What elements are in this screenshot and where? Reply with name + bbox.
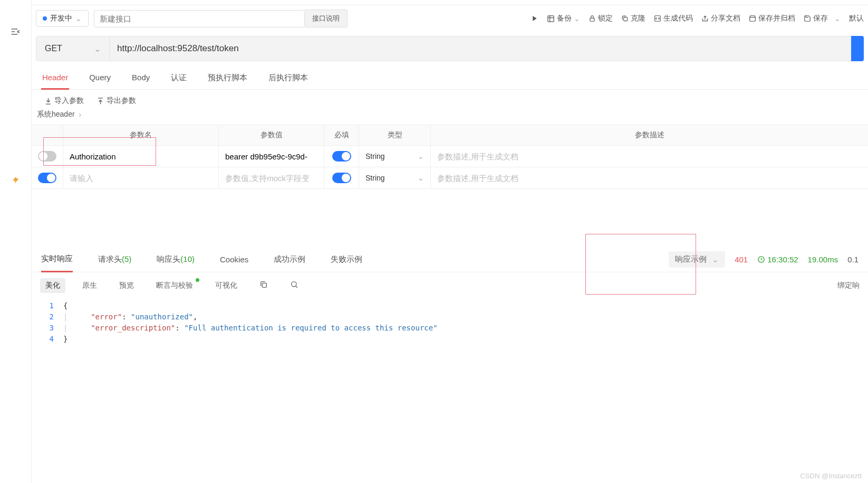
method-select[interactable]: GET ⌄ xyxy=(36,36,110,61)
status-code: 401 xyxy=(735,255,748,264)
table-row: String⌄ xyxy=(32,167,868,189)
url-input[interactable] xyxy=(110,36,851,61)
tab-realtime-response[interactable]: 实时响应 xyxy=(41,247,73,272)
type-select[interactable]: String⌄ xyxy=(365,174,424,182)
chevron-down-icon: ⌄ xyxy=(418,174,424,182)
lightning-icon[interactable] xyxy=(12,176,20,186)
param-value-input[interactable] xyxy=(225,152,317,161)
table-row: String⌄ xyxy=(32,146,868,167)
status-label: 开发中 xyxy=(50,14,72,23)
lock-button[interactable]: 锁定 xyxy=(589,14,613,23)
clone-button[interactable]: 克隆 xyxy=(621,14,645,23)
response-example-select[interactable]: 响应示例 ⌄ xyxy=(669,251,725,268)
param-name-input[interactable] xyxy=(70,174,212,183)
col-header-type: 类型 xyxy=(359,125,431,145)
tab-postscript[interactable]: 后执行脚本 xyxy=(267,67,309,89)
format-assert-button[interactable]: 断言与校验 xyxy=(151,278,198,293)
watermark: CSDN @Instanceztt xyxy=(800,472,862,480)
request-tabs: Header Query Body 认证 预执行脚本 后执行脚本 xyxy=(32,67,868,90)
col-header-value: 参数值 xyxy=(219,125,324,145)
tab-body[interactable]: Body xyxy=(131,67,151,89)
sharedoc-button[interactable]: 分享文档 xyxy=(701,14,740,23)
top-toolbar: 开发中 ⌄ 接口说明 备份 ⌄ 锁定 xyxy=(32,5,868,32)
svg-rect-5 xyxy=(262,283,266,287)
response-body: 1 2 3 4 { | "error": "unauthorized", | "… xyxy=(32,298,868,347)
format-preview-button[interactable]: 预览 xyxy=(114,278,139,293)
search-icon[interactable] xyxy=(285,278,304,293)
chevron-down-icon: ⌄ xyxy=(94,44,101,54)
tab-response-headers[interactable]: 响应头(10) xyxy=(157,248,195,271)
tab-auth[interactable]: 认证 xyxy=(170,67,188,89)
tab-success-example[interactable]: 成功示例 xyxy=(274,248,305,271)
col-header-desc: 参数描述 xyxy=(431,125,868,145)
format-raw-button[interactable]: 原生 xyxy=(77,278,102,293)
format-pretty-button[interactable]: 美化 xyxy=(40,278,65,293)
format-visual-button[interactable]: 可视化 xyxy=(210,278,243,293)
header-params-table: 参数名 参数值 必填 类型 参数描述 String⌄ String⌄ xyxy=(32,125,868,189)
chevron-down-icon: ⌄ xyxy=(834,14,841,23)
param-desc-input[interactable] xyxy=(437,174,862,183)
default-label: 默认 xyxy=(849,14,864,23)
chevron-down-icon: ⌄ xyxy=(418,152,424,160)
required-toggle[interactable] xyxy=(332,151,351,162)
bind-response-button[interactable]: 绑定响 xyxy=(837,281,860,290)
tab-request-headers[interactable]: 请求头(5) xyxy=(98,248,131,271)
required-toggle[interactable] xyxy=(332,173,351,183)
chevron-down-icon: ⌄ xyxy=(712,255,719,264)
svg-rect-0 xyxy=(548,15,554,21)
enable-toggle[interactable] xyxy=(38,151,56,162)
type-select[interactable]: String⌄ xyxy=(365,152,424,160)
tab-header[interactable]: Header xyxy=(41,67,69,90)
param-name-input[interactable] xyxy=(70,152,212,161)
left-sidebar xyxy=(0,0,32,483)
send-button[interactable] xyxy=(851,36,864,61)
chevron-right-icon: › xyxy=(79,110,82,119)
param-desc-input[interactable] xyxy=(437,152,862,161)
api-name-input[interactable] xyxy=(94,10,305,27)
code-content[interactable]: { | "error": "unauthorized", | "error_de… xyxy=(63,300,438,345)
run-button[interactable] xyxy=(530,14,538,23)
svg-point-6 xyxy=(292,282,296,287)
tab-cookies[interactable]: Cookies xyxy=(220,248,248,271)
chevron-down-icon: ⌄ xyxy=(574,14,580,23)
status-dot-icon xyxy=(43,16,47,21)
export-params-button[interactable]: 导出参数 xyxy=(97,96,136,106)
enable-toggle[interactable] xyxy=(38,173,56,183)
chevron-down-icon: ⌄ xyxy=(75,14,82,23)
param-value-input[interactable] xyxy=(225,174,317,183)
badge-dot-icon xyxy=(196,278,199,282)
col-header-name: 参数名 xyxy=(63,125,219,145)
col-header-required: 必填 xyxy=(324,125,359,145)
window-tabs xyxy=(32,0,868,5)
tab-fail-example[interactable]: 失败示例 xyxy=(331,248,362,271)
backup-button[interactable]: 备份 ⌄ xyxy=(547,14,580,23)
response-size: 0.1 xyxy=(847,255,859,264)
line-gutter: 1 2 3 4 xyxy=(32,300,63,345)
response-duration: 19.00ms xyxy=(808,255,838,264)
svg-rect-2 xyxy=(624,17,628,21)
import-params-button[interactable]: 导入参数 xyxy=(44,96,84,106)
tab-prescript[interactable]: 预执行脚本 xyxy=(207,67,248,89)
api-description-button[interactable]: 接口说明 xyxy=(305,10,348,27)
response-tabs: 实时响应 请求头(5) 响应头(10) Cookies 成功示例 失败示例 响应… xyxy=(32,247,868,272)
svg-rect-1 xyxy=(590,18,594,21)
gencode-button[interactable]: 生成代码 xyxy=(654,14,693,23)
menu-collapse-icon[interactable] xyxy=(11,26,21,39)
system-header-toggle[interactable]: 系统header › xyxy=(32,109,868,125)
archive-button[interactable]: 保存并归档 xyxy=(749,14,795,23)
response-time: 16:30:52 xyxy=(757,255,798,264)
copy-icon[interactable] xyxy=(254,278,273,293)
save-button[interactable]: 保存 ⌄ xyxy=(804,14,841,23)
tab-query[interactable]: Query xyxy=(88,67,112,89)
status-dropdown[interactable]: 开发中 ⌄ xyxy=(36,10,89,27)
